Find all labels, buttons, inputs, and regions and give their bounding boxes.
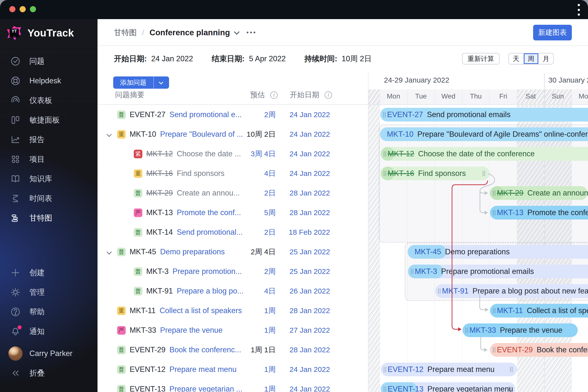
start-date-value[interactable]: 25 Jan 2022 bbox=[290, 242, 330, 262]
gantt-bar-MKT-33[interactable]: MKT-33Prepare the venue bbox=[462, 324, 578, 337]
start-date-value[interactable]: 24 Jan 2022 bbox=[290, 360, 330, 379]
table-row[interactable]: 重MKT-11Collect a list of speakers1周28 Ja… bbox=[98, 301, 368, 320]
estimate-value[interactable]: 4日 bbox=[264, 164, 276, 183]
estimate-value[interactable]: 1周 1日 bbox=[251, 340, 276, 360]
sidebar-item-折叠[interactable]: 折叠 bbox=[0, 364, 98, 382]
sidebar-item-user[interactable]: Carry Parker bbox=[0, 344, 98, 363]
issue-title-link[interactable]: Prepare "Boulevard of ... bbox=[160, 130, 243, 139]
table-row[interactable]: 普MKT-29Create an annou...2日28 Jan 2022 bbox=[98, 183, 368, 203]
bar-issue-id[interactable]: MKT-10 bbox=[387, 130, 414, 139]
issue-id[interactable]: MKT-11 bbox=[130, 306, 156, 315]
sidebar-item-帮助[interactable]: 帮助 bbox=[0, 302, 98, 321]
table-row[interactable]: 普EVENT-13Prepare vegetarian ...1周24 Jan … bbox=[98, 379, 368, 392]
sidebar-item-Helpdesk[interactable]: Helpdesk bbox=[0, 72, 98, 90]
issue-id[interactable]: MKT-16 bbox=[146, 169, 173, 178]
gantt-bar-MKT-91[interactable]: MKT-91Prepare a blog post about new fea.… bbox=[435, 284, 588, 298]
issue-title-link[interactable]: Prepare the venue bbox=[160, 326, 223, 335]
issue-id[interactable]: EVENT-12 bbox=[130, 365, 166, 374]
bar-issue-id[interactable]: MKT-91 bbox=[442, 287, 469, 296]
start-date-value[interactable]: 24 Jan 2022 bbox=[290, 164, 330, 183]
estimate-value[interactable]: 2周 bbox=[264, 105, 276, 124]
collapse-caret-icon[interactable] bbox=[106, 250, 112, 254]
info-icon[interactable]: i bbox=[270, 92, 278, 99]
add-issue-button[interactable]: 添加问题 bbox=[113, 76, 169, 89]
issue-title-link[interactable]: Create an annou... bbox=[177, 189, 240, 198]
sidebar-item-时间表[interactable]: 时间表 bbox=[0, 189, 98, 208]
bar-issue-id[interactable]: MKT-45 bbox=[414, 248, 441, 256]
issue-title-link[interactable]: Prepare vegetarian ... bbox=[169, 385, 242, 392]
info-icon[interactable]: i bbox=[324, 92, 332, 99]
sidebar-item-问题[interactable]: 问题 bbox=[0, 52, 98, 70]
sidebar-item-仪表板[interactable]: 仪表板 bbox=[0, 91, 98, 110]
gantt-bar-MKT-11[interactable]: MKT-11Collect a list of spea bbox=[490, 304, 588, 318]
estimate-value[interactable]: 1周 bbox=[264, 360, 276, 379]
minimize-window-button[interactable] bbox=[20, 6, 26, 12]
table-row[interactable]: 重MKT-10Prepare "Boulevard of ...10周 2日24… bbox=[98, 124, 368, 144]
issue-title-link[interactable]: Prepare a blog po... bbox=[177, 287, 244, 296]
start-date-value[interactable]: 28 Jan 2022 bbox=[290, 203, 330, 222]
table-row[interactable]: 普MKT-91Prepare a blog po...4日26 Jan 2022 bbox=[98, 281, 368, 301]
column-start-date[interactable]: 开始日期i bbox=[290, 90, 330, 100]
issue-id[interactable]: MKT-12 bbox=[146, 150, 173, 158]
start-date-value[interactable]: 28 Jan 2022 bbox=[290, 301, 330, 320]
issue-title-link[interactable]: Find sponsors bbox=[177, 169, 225, 178]
table-row[interactable]: 紧MKT-12Choose the date ...3周 4日24 Jan 20… bbox=[98, 144, 368, 164]
estimate-value[interactable]: 1周 bbox=[264, 301, 276, 320]
bar-issue-id[interactable]: EVENT-27 bbox=[387, 110, 423, 119]
issue-id[interactable]: EVENT-27 bbox=[130, 110, 166, 119]
estimate-value[interactable]: 1周 bbox=[264, 320, 276, 340]
chart-title[interactable]: Conference planning bbox=[150, 28, 230, 37]
bar-issue-id[interactable]: MKT-33 bbox=[470, 326, 496, 335]
breadcrumb-root[interactable]: 甘特图 bbox=[114, 28, 137, 38]
start-date-value[interactable]: 24 Jan 2022 bbox=[290, 105, 330, 124]
gantt-bar-MKT-13[interactable]: MKT-13Promote the confer bbox=[490, 206, 588, 220]
sidebar-item-项目[interactable]: 项目 bbox=[0, 150, 98, 168]
table-row[interactable]: 重MKT-16Find sponsors4日24 Jan 2022 bbox=[98, 164, 368, 183]
timescale-option-月[interactable]: 月 bbox=[539, 54, 553, 64]
start-date-value[interactable]: 24 Jan 2022 bbox=[290, 379, 330, 392]
issue-id[interactable]: MKT-33 bbox=[130, 326, 156, 335]
bar-issue-id[interactable]: MKT-13 bbox=[497, 208, 524, 217]
bar-issue-id[interactable]: EVENT-13 bbox=[388, 385, 423, 392]
bar-issue-id[interactable]: MKT-11 bbox=[497, 306, 523, 315]
gantt-bar-EVENT-12[interactable]: EVENT-12Prepare meat menu bbox=[381, 362, 517, 376]
bar-issue-id[interactable]: MKT-29 bbox=[497, 189, 524, 198]
issue-title-link[interactable]: Collect a list of speakers bbox=[160, 306, 242, 315]
gantt-bar-MKT-12[interactable]: MKT-12Choose the date of the conference bbox=[381, 147, 588, 161]
drag-handle[interactable] bbox=[510, 367, 512, 372]
sidebar-item-管理[interactable]: 管理 bbox=[0, 283, 98, 302]
table-row[interactable]: 严MKT-33Prepare the venue1周27 Jan 2022 bbox=[98, 320, 368, 340]
estimate-value[interactable]: 5周 bbox=[264, 203, 276, 222]
issue-title-link[interactable]: Choose the date ... bbox=[177, 150, 241, 158]
table-row[interactable]: 严MKT-13Promote the conf...5周28 Jan 2022 bbox=[98, 203, 368, 222]
issue-id[interactable]: MKT-14 bbox=[146, 228, 173, 237]
kebab-menu-icon[interactable] bbox=[576, 4, 582, 16]
estimate-value[interactable]: 2周 4日 bbox=[251, 242, 276, 262]
sidebar-item-敏捷面板[interactable]: 敏捷面板 bbox=[0, 111, 98, 129]
sidebar-item-创建[interactable]: 创建 bbox=[0, 264, 98, 282]
table-row[interactable]: 普EVENT-12Prepare meat menu1周24 Jan 2022 bbox=[98, 360, 368, 379]
estimate-value[interactable]: 10周 2日 bbox=[247, 124, 276, 144]
timescale-option-周[interactable]: 周 bbox=[524, 54, 539, 64]
column-summary[interactable]: 问题摘要 bbox=[115, 90, 144, 100]
sidebar-item-通知[interactable]: 通知 bbox=[0, 322, 98, 341]
start-date-value[interactable]: 24 Jan 2022 bbox=[290, 144, 330, 164]
zoom-window-button[interactable] bbox=[30, 6, 36, 12]
issue-id[interactable]: MKT-45 bbox=[130, 248, 156, 256]
issue-id[interactable]: MKT-3 bbox=[146, 267, 168, 276]
bar-issue-id[interactable]: MKT-3 bbox=[415, 267, 437, 276]
issue-title-link[interactable]: Prepare meat menu bbox=[169, 365, 236, 374]
table-row[interactable]: 普EVENT-29Book the conferenc...1周 1日28 Ja… bbox=[98, 340, 368, 360]
estimate-value[interactable]: 2日 bbox=[264, 183, 276, 203]
start-date-value[interactable]: 27 Jan 2022 bbox=[290, 320, 330, 340]
sidebar-item-报告[interactable]: 报告 bbox=[0, 130, 98, 149]
estimate-value[interactable]: 2周 bbox=[264, 262, 276, 281]
bar-issue-id[interactable]: MKT-12 bbox=[388, 150, 414, 158]
issue-title-link[interactable]: Prepare promotion... bbox=[172, 267, 242, 276]
gantt-bar-EVENT-29[interactable]: EVENT-29Book the confere bbox=[490, 343, 588, 357]
start-date-value[interactable]: 28 Jan 2022 bbox=[290, 340, 330, 360]
timescale-option-天[interactable]: 天 bbox=[509, 54, 524, 64]
gantt-bar-MKT-45[interactable]: MKT-45Demo preparations bbox=[408, 245, 588, 259]
issue-title-link[interactable]: Send promotional e... bbox=[169, 110, 242, 119]
issue-title-link[interactable]: Book the conferenc... bbox=[169, 346, 241, 354]
